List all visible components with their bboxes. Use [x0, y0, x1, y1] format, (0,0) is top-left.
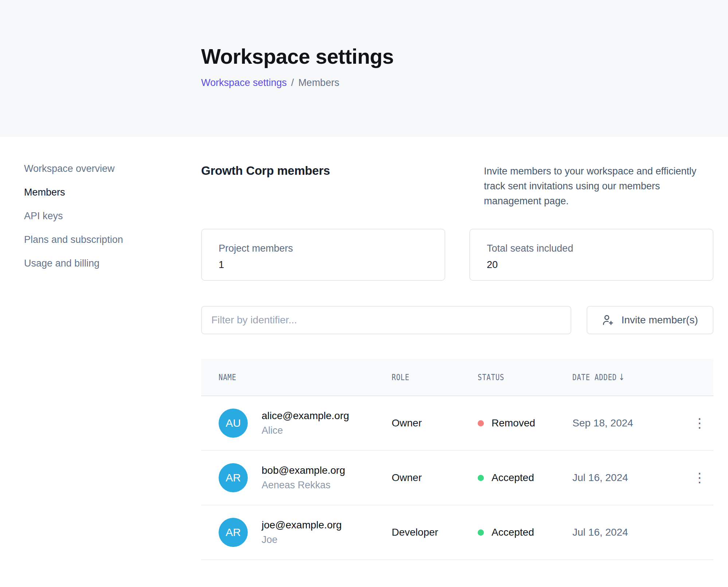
- members-main: Growth Corp members Invite members to yo…: [201, 137, 713, 560]
- member-role: Developer: [392, 527, 478, 538]
- avatar: AU: [219, 409, 248, 438]
- stat-label: Project members: [219, 243, 445, 254]
- breadcrumb-link-workspace-settings[interactable]: Workspace settings: [201, 77, 287, 88]
- members-description: Invite members to your workspace and eff…: [484, 164, 713, 209]
- breadcrumb-current: Members: [298, 77, 340, 88]
- members-table: NAME ROLE STATUS DATE ADDED↓ AU alice@ex…: [201, 359, 713, 560]
- invite-members-button[interactable]: Invite member(s): [587, 306, 713, 334]
- member-email: bob@example.org: [262, 465, 345, 476]
- member-identity: joe@example.org Joe: [262, 519, 342, 545]
- status-label: Accepted: [492, 472, 534, 484]
- member-name-cell: AR joe@example.org Joe: [219, 518, 392, 547]
- stat-card-total-seats: Total seats included 20: [469, 229, 713, 281]
- content-layout: Workspace overview Members API keys Plan…: [0, 137, 728, 560]
- table-header-row: NAME ROLE STATUS DATE ADDED↓: [201, 359, 713, 396]
- status-label: Accepted: [492, 527, 534, 538]
- member-email: alice@example.org: [262, 410, 349, 422]
- table-row: AU alice@example.org Alice Owner Removed…: [201, 396, 713, 451]
- member-status: Accepted: [478, 527, 572, 538]
- column-header-date-added[interactable]: DATE ADDED↓: [572, 372, 625, 382]
- sidebar-item-members[interactable]: Members: [24, 188, 187, 197]
- member-email: joe@example.org: [262, 519, 342, 531]
- stat-value: 20: [487, 259, 713, 271]
- status-dot-accepted: [478, 475, 484, 481]
- column-header-status[interactable]: STATUS: [478, 373, 504, 382]
- invite-members-label: Invite member(s): [621, 314, 698, 326]
- member-role: Owner: [392, 417, 478, 429]
- stats-row: Project members 1 Total seats included 2…: [201, 229, 713, 281]
- table-row: AR joe@example.org Joe Developer Accepte…: [201, 505, 713, 560]
- sidebar-item-workspace-overview[interactable]: Workspace overview: [24, 164, 187, 174]
- breadcrumb: Workspace settings / Members: [201, 77, 713, 88]
- stat-card-project-members: Project members 1: [201, 229, 445, 281]
- member-status: Removed: [478, 417, 572, 429]
- member-status: Accepted: [478, 472, 572, 484]
- breadcrumb-separator: /: [291, 77, 294, 88]
- member-identity: bob@example.org Aeneas Rekkas: [262, 465, 345, 491]
- page-title: Workspace settings: [201, 44, 713, 68]
- member-name-cell: AU alice@example.org Alice: [219, 409, 392, 438]
- avatar: AR: [219, 463, 248, 492]
- status-dot-removed: [478, 420, 484, 426]
- member-role: Owner: [392, 472, 478, 484]
- kebab-menu-icon[interactable]: ⋮: [689, 470, 710, 486]
- member-display-name: Joe: [262, 534, 342, 545]
- sort-desc-icon: ↓: [619, 372, 625, 382]
- row-actions: ⋮: [686, 470, 713, 486]
- members-heading: Growth Corp members: [201, 164, 330, 178]
- person-plus-icon: [602, 314, 614, 326]
- sidebar-item-api-keys[interactable]: API keys: [24, 211, 187, 221]
- column-header-role[interactable]: ROLE: [392, 373, 410, 382]
- member-display-name: Aeneas Rekkas: [262, 480, 345, 491]
- member-date-added: Sep 18, 2024: [572, 417, 686, 429]
- filter-input[interactable]: [201, 306, 571, 334]
- member-identity: alice@example.org Alice: [262, 410, 349, 436]
- page-header: Workspace settings Workspace settings / …: [0, 0, 728, 137]
- member-date-added: Jul 16, 2024: [572, 527, 686, 538]
- member-date-added: Jul 16, 2024: [572, 472, 686, 484]
- member-name-cell: AR bob@example.org Aeneas Rekkas: [219, 463, 392, 492]
- member-display-name: Alice: [262, 425, 349, 436]
- stat-value: 1: [219, 259, 445, 271]
- status-dot-accepted: [478, 529, 484, 536]
- sidebar-item-plans-subscription[interactable]: Plans and subscription: [24, 235, 187, 245]
- row-actions: ⋮: [686, 415, 713, 431]
- settings-sidebar: Workspace overview Members API keys Plan…: [0, 137, 201, 560]
- filter-row: Invite member(s): [201, 306, 713, 334]
- column-header-name[interactable]: NAME: [219, 373, 236, 382]
- members-intro: Growth Corp members Invite members to yo…: [201, 164, 713, 209]
- kebab-menu-icon[interactable]: ⋮: [689, 415, 710, 431]
- avatar: AR: [219, 518, 248, 547]
- table-row: AR bob@example.org Aeneas Rekkas Owner A…: [201, 451, 713, 505]
- sidebar-item-usage-billing[interactable]: Usage and billing: [24, 259, 187, 268]
- status-label: Removed: [492, 417, 535, 429]
- stat-label: Total seats included: [487, 243, 713, 254]
